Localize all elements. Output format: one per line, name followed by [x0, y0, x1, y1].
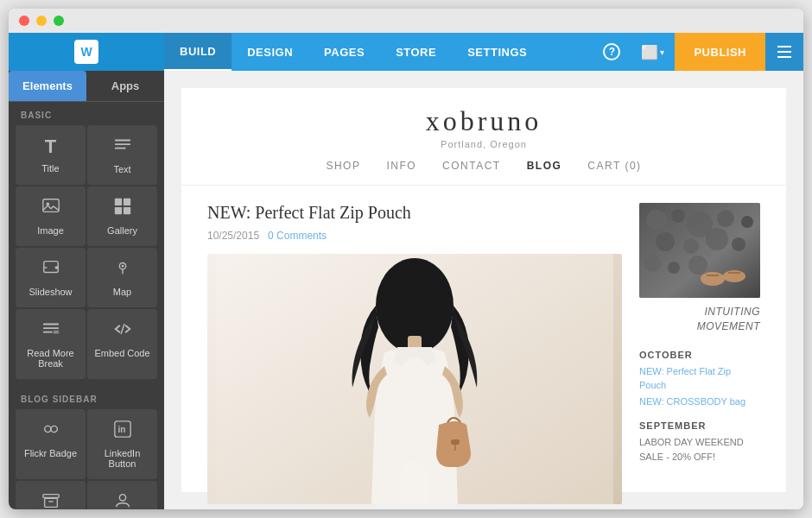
- element-embed-label: Embed Code: [94, 348, 149, 358]
- sidebar: Elements Apps BASIC T Title Text: [9, 71, 164, 509]
- svg-rect-16: [53, 331, 58, 334]
- archives-svg: [41, 491, 60, 509]
- wix-logo: W: [74, 40, 98, 64]
- nav-store[interactable]: STORE: [380, 33, 452, 71]
- nav-shop[interactable]: SHOP: [326, 160, 360, 172]
- archive-link-crossbody[interactable]: NEW: CROSSBODY bag: [639, 395, 760, 409]
- image-svg: [41, 197, 60, 216]
- logo-area: W: [9, 33, 164, 71]
- tab-apps[interactable]: Apps: [86, 71, 164, 101]
- svg-rect-15: [42, 332, 52, 333]
- element-slideshow-label: Slideshow: [29, 287, 72, 297]
- map-icon: [113, 258, 132, 281]
- sidebar-thumbnail: [639, 203, 760, 298]
- element-text-label: Text: [113, 164, 130, 174]
- website-frame: xobruno Portland, Oregon SHOP INFO CONTA…: [181, 88, 786, 492]
- svg-point-40: [671, 209, 685, 223]
- section-label-blog: BLOG SIDEBAR: [9, 386, 164, 409]
- publish-button[interactable]: PUBLISH: [675, 33, 765, 71]
- sidebar-tabs: Elements Apps: [9, 71, 164, 102]
- svg-point-24: [119, 495, 125, 501]
- main-window: W BUILD DESIGN PAGES STORE SETTINGS ? ⬜ …: [9, 9, 803, 509]
- element-author[interactable]: Blog Author: [87, 481, 157, 509]
- nav-settings[interactable]: SETTINGS: [452, 33, 542, 71]
- archive-separator: [639, 410, 760, 420]
- hamburger-icon: [777, 46, 791, 58]
- element-embed[interactable]: Embed Code: [87, 309, 157, 379]
- gallery-icon: [113, 197, 132, 220]
- element-archives[interactable]: Blog Archives: [16, 481, 86, 509]
- svg-point-45: [683, 238, 699, 254]
- blog-post-image: [207, 254, 622, 504]
- sidebar-img-caption: INTUITING MOVEMENT: [639, 305, 760, 334]
- section-label-basic: BASIC: [9, 102, 164, 125]
- archive-link-pouch[interactable]: NEW: Perfect Flat Zip Pouch: [639, 364, 760, 393]
- preview-button[interactable]: ⬜ ▾: [631, 33, 675, 71]
- preview-icon: ⬜: [641, 44, 658, 60]
- archive-link-laborday[interactable]: LABOR DAY WEEKEND SALE - 20% OFF!: [639, 435, 760, 464]
- element-gallery[interactable]: Gallery: [87, 186, 157, 246]
- close-button[interactable]: [19, 16, 29, 26]
- nav-design[interactable]: DESIGN: [232, 33, 308, 71]
- element-slideshow[interactable]: Slideshow: [16, 248, 86, 307]
- post-comments-link[interactable]: 0 Comments: [268, 230, 327, 242]
- svg-rect-2: [114, 148, 125, 149]
- linkedin-icon: in: [113, 420, 132, 443]
- element-text[interactable]: Text: [87, 125, 157, 185]
- svg-rect-5: [114, 199, 121, 205]
- site-nav: SHOP INFO CONTACT BLOG CART (0): [207, 149, 760, 172]
- author-icon: [113, 491, 132, 509]
- nav-info[interactable]: INFO: [386, 160, 416, 172]
- archive-month-october: OCTOBER: [639, 350, 760, 360]
- svg-rect-13: [42, 324, 58, 325]
- svg-text:in: in: [117, 425, 125, 434]
- linkedin-svg: in: [113, 420, 132, 439]
- svg-rect-22: [44, 498, 57, 507]
- element-readmore-label: Read More Break: [22, 348, 79, 369]
- nav-pages[interactable]: PAGES: [308, 33, 380, 71]
- element-title-label: Title: [41, 163, 59, 174]
- element-gallery-label: Gallery: [107, 225, 137, 236]
- maximize-button[interactable]: [54, 16, 64, 26]
- element-linkedin[interactable]: in LinkedIn Button: [87, 409, 157, 479]
- post-date: 10/25/2015: [207, 230, 259, 242]
- help-icon: ?: [603, 43, 620, 60]
- help-button[interactable]: ?: [593, 33, 631, 71]
- element-readmore[interactable]: Read More Break: [16, 309, 86, 379]
- flickr-svg: [41, 420, 60, 439]
- element-map[interactable]: Map: [87, 248, 157, 307]
- top-nav: W BUILD DESIGN PAGES STORE SETTINGS ? ⬜ …: [9, 33, 803, 71]
- minimize-button[interactable]: [36, 16, 47, 26]
- tab-elements[interactable]: Elements: [9, 71, 86, 101]
- svg-point-47: [732, 237, 745, 251]
- element-flickr[interactable]: Flickr Badge: [16, 409, 86, 479]
- menu-button[interactable]: [765, 33, 803, 71]
- blog-post-title: NEW: Perfect Flat Zip Pouch: [207, 203, 622, 223]
- page-content[interactable]: xobruno Portland, Oregon SHOP INFO CONTA…: [164, 71, 803, 509]
- nav-cart[interactable]: CART (0): [587, 160, 641, 172]
- archives-icon: [41, 491, 60, 509]
- author-svg: [113, 491, 132, 509]
- title-bar: [9, 9, 803, 33]
- element-map-label: Map: [113, 287, 131, 297]
- svg-point-12: [121, 265, 124, 268]
- svg-rect-1: [114, 143, 130, 145]
- nav-blog[interactable]: BLOG: [527, 160, 562, 172]
- svg-rect-6: [123, 199, 130, 205]
- site-logo: xobruno: [207, 105, 760, 137]
- archive-month-september: SEPTEMBER: [639, 420, 760, 431]
- blog-post-meta: 10/25/2015 0 Comments: [207, 230, 622, 242]
- svg-rect-21: [42, 495, 58, 498]
- gallery-svg: [113, 197, 132, 216]
- site-tagline: Portland, Oregon: [207, 139, 760, 149]
- nav-build[interactable]: BUILD: [164, 33, 232, 71]
- svg-point-18: [51, 426, 57, 432]
- svg-point-46: [706, 228, 728, 250]
- title-icon: T: [45, 136, 56, 158]
- svg-point-10: [54, 266, 58, 269]
- nav-contact[interactable]: CONTACT: [442, 160, 501, 172]
- svg-point-51: [701, 272, 725, 286]
- flickr-icon: [41, 420, 60, 443]
- element-image[interactable]: Image: [16, 186, 86, 246]
- element-title[interactable]: T Title: [16, 125, 86, 185]
